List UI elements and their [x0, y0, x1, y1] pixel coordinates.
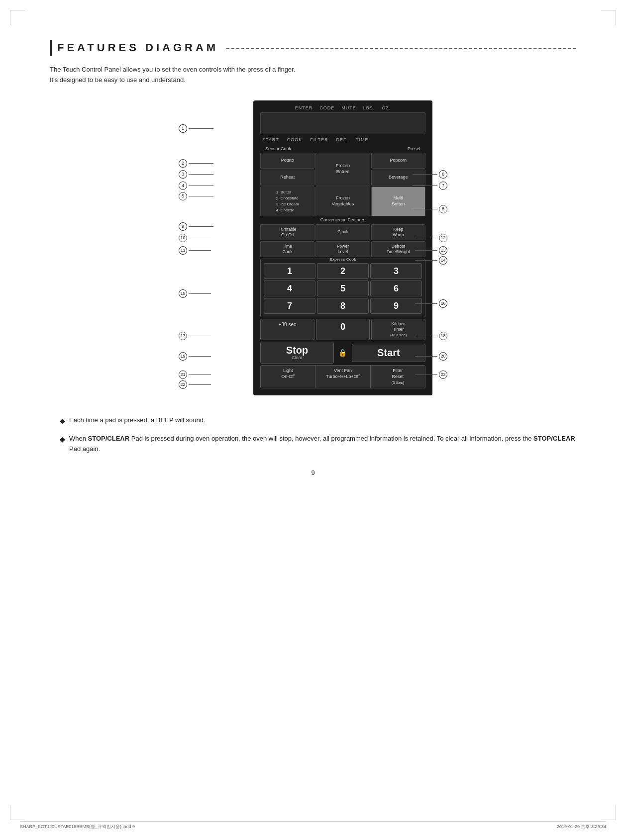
light-button[interactable]: LightOn-Off — [261, 366, 315, 388]
callout-5: 5 — [179, 192, 213, 200]
num-8-button[interactable]: 8 — [317, 298, 369, 314]
callout-1: 1 — [179, 124, 213, 133]
corner-mark-tr — [601, 10, 616, 25]
footer-bar: SHARP_KOT1J0USTAE018BBMB(영_규격입시용).indd 9… — [20, 821, 606, 830]
numpad: 1 Express Cook 2 3 4 5 6 7 8 9 — [264, 263, 422, 314]
callout-20: 20 — [415, 352, 447, 361]
callout-15: 15 — [179, 289, 211, 298]
note-1-bullet: ◆ — [60, 415, 65, 426]
callout-2: 2 — [179, 159, 213, 168]
reheat-button[interactable]: Reheat — [260, 170, 314, 186]
frozen-veg-button[interactable]: FrozenVegetables — [315, 187, 370, 216]
corner-mark-bl — [10, 805, 25, 820]
convenience-label: Convenience Features — [260, 217, 425, 222]
power-level-button[interactable]: PowerLevel — [315, 241, 370, 257]
convenience-grid: TurntableOn-Off Clock KeepWarm TimeCook … — [260, 224, 425, 257]
title-bar — [50, 40, 52, 56]
note-2-text: When STOP/CLEAR Pad is pressed during ov… — [69, 434, 576, 455]
callout-4: 4 — [179, 182, 213, 190]
display-screen — [260, 112, 425, 134]
page-number: 9 — [50, 469, 576, 476]
express-cook-label: Express Cook — [329, 258, 356, 262]
vent-fan-button[interactable]: Vent FanTurbo+H+Lo+Off — [315, 366, 370, 388]
frozen-entree-button[interactable]: FrozenEntree — [315, 153, 370, 186]
callout-14: 14 — [415, 256, 447, 265]
callout-16: 16 — [415, 299, 447, 308]
page-title: FEATURES DIAGRAM — [57, 41, 218, 54]
corner-mark-tl — [10, 10, 25, 25]
plus30-button[interactable]: +30 sec — [260, 319, 314, 340]
callout-11: 11 — [179, 246, 211, 255]
callout-8: 8 — [413, 205, 447, 213]
notes-section: ◆ Each time a pad is pressed, a BEEP wil… — [50, 415, 576, 454]
num-5-button[interactable]: 5 — [317, 280, 369, 296]
callout-9: 9 — [179, 222, 213, 231]
callout-17: 17 — [179, 332, 211, 340]
footer-right: 2019-01-29 오후 3:29:34 — [557, 824, 606, 830]
callout-7: 7 — [413, 182, 447, 190]
callout-23: 23 — [415, 371, 447, 379]
clock-button[interactable]: Clock — [315, 224, 370, 240]
callout-10: 10 — [179, 234, 211, 242]
turntable-button[interactable]: TurntableOn-Off — [260, 224, 314, 240]
note-2-bullet: ◆ — [60, 434, 65, 445]
note-1: ◆ Each time a pad is pressed, a BEEP wil… — [60, 415, 576, 426]
num-2-button[interactable]: Express Cook 2 — [317, 263, 369, 279]
callout-6: 6 — [413, 170, 447, 179]
callout-3: 3 — [179, 170, 213, 179]
sensor-cook-label: Sensor Cook — [265, 146, 291, 151]
corner-mark-br — [601, 805, 616, 820]
subtitle: The Touch Control Panel allows you to se… — [50, 65, 576, 86]
callout-21: 21 — [179, 371, 211, 379]
num-1-button[interactable]: 1 — [264, 263, 315, 279]
callout-13: 13 — [415, 246, 447, 255]
note-1-text: Each time a pad is pressed, a BEEP will … — [69, 415, 206, 426]
time-cook-button[interactable]: TimeCook — [260, 241, 314, 257]
title-dashes — [226, 48, 576, 49]
stop-clear-button[interactable]: Stop Clear — [260, 342, 334, 364]
callout-22: 22 — [179, 380, 211, 389]
potato-button[interactable]: Potato — [260, 153, 314, 169]
features-diagram: ENTER CODE MUTE LBS. OZ. START COOK FILT… — [50, 100, 576, 396]
note-2: ◆ When STOP/CLEAR Pad is pressed during … — [60, 434, 576, 455]
section-title: FEATURES DIAGRAM — [50, 40, 576, 56]
callout-18: 18 — [415, 332, 447, 340]
top-status-row: ENTER CODE MUTE LBS. OZ. — [260, 105, 425, 110]
callout-12: 12 — [415, 234, 447, 242]
footer-left: SHARP_KOT1J0USTAE018BBMB(영_규격입시용).indd 9 — [20, 824, 135, 830]
num-7-button[interactable]: 7 — [264, 298, 315, 314]
callout-19: 19 — [179, 352, 211, 361]
mid-status-row: START COOK FILTER DEF. TIME — [260, 137, 425, 142]
lock-icon: 🔒 — [335, 349, 350, 357]
num-4-button[interactable]: 4 — [264, 280, 315, 296]
melt-items-cell: 1. Butter2. Chocolate3. Ice Cream4. Chee… — [260, 187, 314, 216]
num-0-button[interactable]: 0 — [316, 319, 370, 340]
bottom-buttons-row: LightOn-Off Vent FanTurbo+H+Lo+Off Filte… — [260, 365, 425, 388]
